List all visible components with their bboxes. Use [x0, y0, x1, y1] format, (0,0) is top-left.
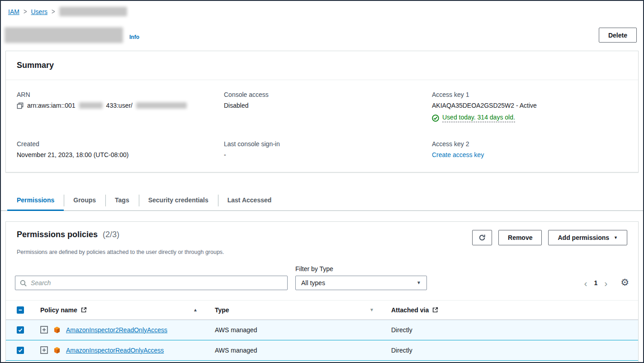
tab-permissions[interactable]: Permissions — [7, 191, 64, 210]
arn-value-mid: 433:user/ — [106, 102, 133, 109]
attached-via-value: Directly — [387, 347, 638, 354]
summary-title: Summary — [17, 61, 627, 70]
pagination: ‹ 1 › ⚙ — [584, 278, 629, 290]
table-header-row: Policy name ▲ Type ▼ Attached via — [6, 300, 638, 320]
chevron-right-icon: > — [24, 7, 27, 16]
page-header: Info Delete — [1, 27, 643, 43]
add-permissions-button[interactable]: Add permissions ▼ — [548, 230, 627, 245]
policy-type: AWS managed — [210, 347, 387, 354]
tab-bar: Permissions Groups Tags Security credent… — [1, 191, 643, 211]
policy-name-link[interactable]: AmazonInspectorReadOnlyAccess — [66, 347, 164, 354]
filter-controls: Filter by Type All types ▼ ‹ 1 › ⚙ — [6, 265, 638, 290]
summary-card-header: Summary — [6, 51, 638, 80]
summary-card: Summary ARN arn:aws:iam::001433:user/ Co… — [5, 51, 639, 172]
sort-descending-icon[interactable]: ▼ — [369, 307, 374, 312]
filter-by-type-label: Filter by Type — [295, 265, 427, 272]
column-header-attached-via[interactable]: Attached via — [387, 301, 638, 320]
policy-type: AWS managed — [210, 326, 387, 334]
expand-row-icon[interactable] — [40, 326, 48, 334]
row-checkbox[interactable] — [17, 347, 24, 354]
last-signin-value: - — [224, 151, 432, 158]
panel-description: Permissions are defined by policies atta… — [6, 245, 638, 255]
select-all-checkbox[interactable] — [17, 306, 24, 314]
delete-button[interactable]: Delete — [599, 28, 637, 43]
tab-tags[interactable]: Tags — [105, 191, 139, 210]
console-access-field: Console access Disabled — [224, 91, 432, 123]
page-number[interactable]: 1 — [594, 279, 597, 287]
redacted-account-id — [79, 102, 103, 109]
column-header-policy-name[interactable]: Policy name ▲ — [36, 301, 210, 320]
arn-label: ARN — [17, 91, 224, 98]
refresh-button[interactable] — [472, 230, 492, 245]
breadcrumb: IAM > Users > — [1, 1, 643, 16]
success-check-icon — [432, 115, 439, 122]
summary-body: ARN arn:aws:iam::001433:user/ Console ac… — [6, 80, 638, 172]
info-link[interactable]: Info — [129, 34, 139, 40]
iam-user-detail-page: { "colors": { "link": "#0073bb", "active… — [0, 0, 644, 363]
table-row[interactable]: AmazonInspectorReadOnlyAccess AWS manage… — [6, 340, 638, 361]
type-header-label: Type — [215, 306, 229, 314]
next-page-icon[interactable]: › — [604, 278, 607, 288]
external-link-icon — [81, 307, 87, 313]
access-key-2-field: Access key 2 Create access key — [432, 140, 627, 158]
policy-name-link[interactable]: AmazonInspector2ReadOnlyAccess — [66, 326, 167, 334]
type-filter-value: All types — [301, 279, 325, 287]
type-filter-select[interactable]: All types ▼ — [295, 276, 427, 290]
created-label: Created — [17, 140, 224, 148]
panel-title: Permissions policies (2/3) — [17, 230, 119, 239]
policy-name-header-label: Policy name — [40, 306, 77, 314]
access-key-1-field: Access key 1 AKIAQA35DEOA2GSD25W2 - Acti… — [432, 91, 627, 123]
panel-title-text: Permissions policies — [17, 230, 98, 239]
column-header-type[interactable]: Type ▼ — [210, 301, 387, 320]
settings-gear-icon[interactable]: ⚙ — [620, 278, 629, 288]
managed-policy-icon — [53, 347, 61, 354]
chevron-down-icon: ▼ — [614, 235, 618, 240]
managed-policy-icon — [53, 326, 61, 334]
previous-page-icon[interactable]: ‹ — [584, 278, 587, 288]
search-input[interactable] — [15, 276, 288, 290]
redacted-user-name-arn — [136, 102, 187, 109]
tab-groups[interactable]: Groups — [64, 191, 105, 210]
access-key-1-status[interactable]: Used today. 314 days old. — [432, 114, 515, 122]
console-access-label: Console access — [224, 91, 432, 98]
redacted-user-name-breadcrumb — [59, 7, 127, 16]
created-value: November 21, 2023, 18:00 (UTC-08:00) — [17, 151, 224, 158]
arn-field: ARN arn:aws:iam::001433:user/ — [17, 91, 224, 123]
table-row[interactable]: AmazonInspector2ReadOnlyAccess AWS manag… — [6, 320, 638, 340]
panel-actions: Remove Add permissions ▼ — [472, 230, 627, 245]
tab-last-accessed[interactable]: Last Accessed — [218, 191, 281, 210]
chevron-down-icon: ▼ — [417, 280, 421, 285]
console-access-value: Disabled — [224, 102, 432, 109]
create-access-key-link[interactable]: Create access key — [432, 151, 484, 158]
permissions-policies-panel: Permissions policies (2/3) Remove Add pe… — [5, 221, 639, 363]
last-signin-field: Last console sign-in - — [224, 140, 432, 158]
remove-button[interactable]: Remove — [498, 230, 542, 245]
panel-count: (2/3) — [103, 230, 119, 239]
last-signin-label: Last console sign-in — [224, 140, 432, 148]
sort-ascending-icon[interactable]: ▲ — [193, 307, 198, 312]
access-key-2-label: Access key 2 — [432, 140, 627, 148]
access-key-1-value: AKIAQA35DEOA2GSD25W2 - Active — [432, 102, 627, 109]
access-key-1-label: Access key 1 — [432, 91, 627, 98]
expand-row-icon[interactable] — [40, 346, 48, 354]
add-permissions-label: Add permissions — [558, 234, 609, 241]
refresh-icon — [478, 234, 486, 241]
access-key-status-text: Used today. 314 days old. — [442, 114, 515, 122]
attached-via-header-label: Attached via — [391, 306, 429, 314]
copy-icon[interactable] — [17, 102, 24, 109]
external-link-icon — [432, 307, 438, 313]
row-checkbox[interactable] — [17, 326, 24, 334]
breadcrumb-iam-link[interactable]: IAM — [8, 8, 19, 15]
arn-value-prefix: arn:aws:iam::001 — [27, 102, 76, 109]
tab-security-credentials[interactable]: Security credentials — [139, 191, 218, 210]
breadcrumb-users-link[interactable]: Users — [31, 8, 47, 15]
policies-table: Policy name ▲ Type ▼ Attached via — [6, 300, 638, 361]
attached-via-value: Directly — [387, 326, 638, 334]
chevron-right-icon: > — [52, 7, 55, 16]
created-field: Created November 21, 2023, 18:00 (UTC-08… — [17, 140, 224, 158]
redacted-page-title — [5, 27, 123, 43]
